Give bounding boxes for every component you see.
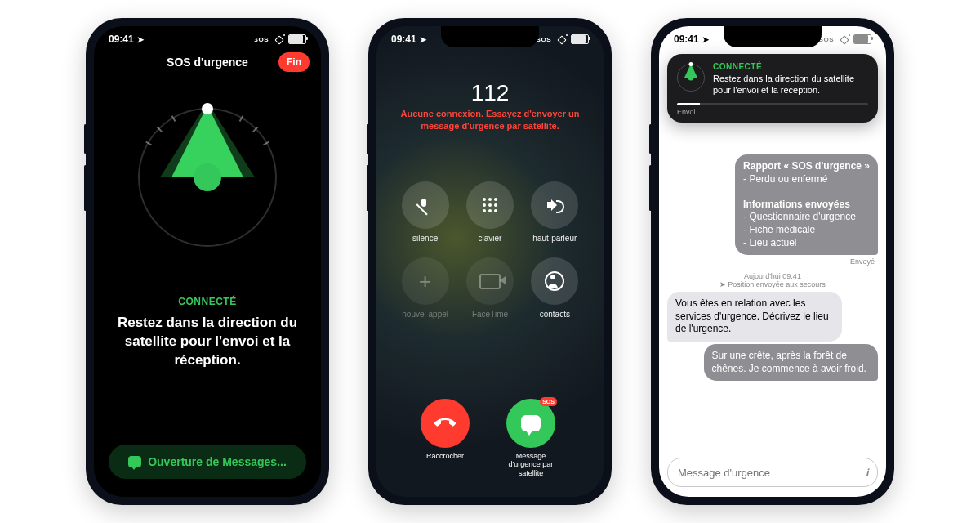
nav-title: SOS d'urgence <box>167 56 248 69</box>
hangup-button[interactable]: Raccrocher <box>421 399 470 477</box>
speaker-icon <box>547 198 562 212</box>
send-progress-label: Envoi... <box>677 108 868 116</box>
status-time: 09:41 <box>109 34 134 45</box>
timestamp: Aujourd'hui 09:41 ➤Position envoyée aux … <box>667 272 878 288</box>
battery-icon <box>288 34 306 44</box>
location-icon: ➤ <box>702 35 709 44</box>
location-icon: ➤ <box>137 35 144 44</box>
status-time: 09:41 <box>674 34 699 45</box>
sent-receipt: Envoyé <box>667 257 875 266</box>
contacts-icon <box>545 271 564 291</box>
open-messages-button[interactable]: Ouverture de Messages... <box>109 445 306 479</box>
nav-bar: SOS d'urgence Fin <box>94 56 321 69</box>
banner-message: Restez dans la direction du satellite po… <box>713 73 868 96</box>
phone-2-frame: 09:41➤ SOS 112 Aucune connexion. Essayez… <box>368 18 612 505</box>
battery-icon <box>853 34 871 44</box>
notch <box>158 26 256 47</box>
no-connection-text: Aucune connexion. Essayez d'envoyer un m… <box>394 108 586 132</box>
mini-compass-icon <box>677 64 705 92</box>
chat-thread[interactable]: Rapport « SOS d'urgence » - Perdu ou enf… <box>659 149 886 453</box>
keypad-button[interactable]: clavier <box>466 181 514 243</box>
phone-1-frame: 09:41➤ SOS SOS d'urgence Fin <box>86 18 329 505</box>
message-icon <box>521 415 541 431</box>
location-sent-icon: ➤ <box>719 280 726 288</box>
end-button[interactable]: Fin <box>278 52 310 72</box>
message-out: Sur une crête, après la forêt de chênes.… <box>667 344 878 381</box>
mute-icon <box>417 197 434 213</box>
satellite-icon <box>273 35 284 43</box>
banner-connected: CONNECTÉ <box>713 62 868 71</box>
hangup-icon <box>434 413 456 434</box>
satellite-icon <box>838 35 849 43</box>
keypad-icon <box>483 198 497 212</box>
screen-emergency-call: 09:41➤ SOS 112 Aucune connexion. Essayez… <box>376 26 604 497</box>
notch <box>441 26 539 47</box>
contacts-button[interactable]: contacts <box>531 257 578 319</box>
facetime-button[interactable]: FaceTime <box>466 257 514 319</box>
plus-icon: + <box>419 270 431 292</box>
location-icon: ➤ <box>420 35 426 44</box>
send-progress <box>677 103 868 105</box>
instruction-text: Restez dans la direction du satellite po… <box>114 314 301 370</box>
dialed-number: 112 <box>394 80 586 106</box>
notch <box>724 26 822 47</box>
message-icon <box>128 456 141 467</box>
message-input-bar[interactable]: 𝙞 <box>667 458 878 487</box>
screen-sos-compass: 09:41➤ SOS SOS d'urgence Fin <box>94 26 321 497</box>
message-in: Vous êtes en relation avec les services … <box>667 292 878 342</box>
speaker-button[interactable]: haut-parleur <box>531 181 578 243</box>
phone-3-frame: 09:41➤ SOS CONNECTÉ Restez dans la direc… <box>651 18 894 505</box>
status-time: 09:41 <box>391 34 416 45</box>
satellite-icon <box>555 35 567 43</box>
satellite-message-button[interactable]: SOS Message d'urgence par satellite <box>502 399 559 477</box>
dictation-icon[interactable]: 𝙞 <box>866 466 869 480</box>
message-out: Rapport « SOS d'urgence » - Perdu ou enf… <box>667 154 878 255</box>
screen-messages: 09:41➤ SOS CONNECTÉ Restez dans la direc… <box>659 26 886 497</box>
connected-label: CONNECTÉ <box>114 296 301 307</box>
add-call-button[interactable]: + nouvel appel <box>402 257 449 319</box>
satellite-banner: CONNECTÉ Restez dans la direction du sat… <box>667 54 878 123</box>
message-input[interactable] <box>676 466 859 480</box>
sos-badge: SOS <box>540 397 557 406</box>
battery-icon <box>571 34 589 44</box>
satellite-compass <box>138 108 277 247</box>
open-messages-label: Ouverture de Messages... <box>148 455 287 468</box>
facetime-icon <box>479 274 501 289</box>
satellite-dot-icon <box>202 103 213 114</box>
mute-button[interactable]: silence <box>402 181 449 243</box>
